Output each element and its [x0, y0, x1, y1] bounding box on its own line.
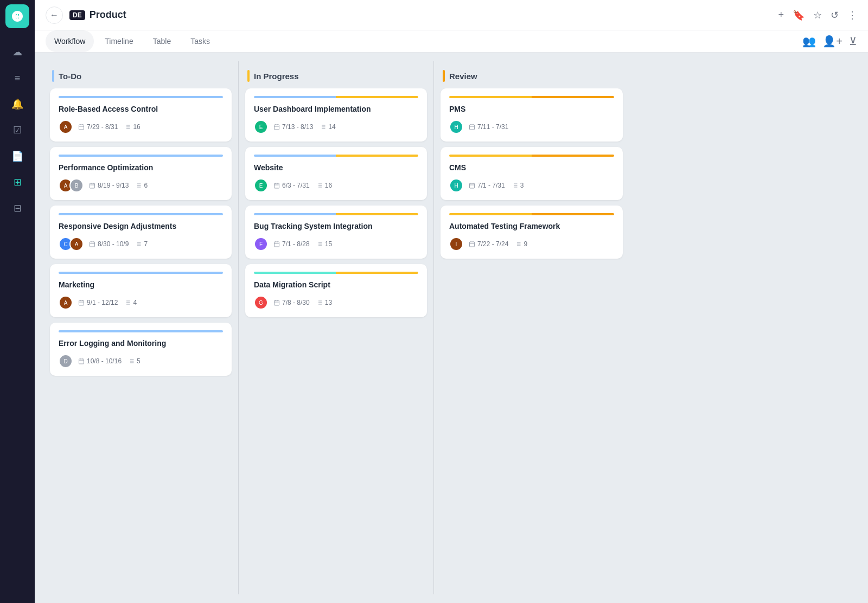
- card-count: 13: [316, 299, 332, 306]
- tab-table[interactable]: Table: [144, 30, 180, 52]
- avatar: D: [59, 354, 73, 368]
- card-pms[interactable]: PMS H 7/11 - 7/31: [441, 88, 623, 142]
- card-count: 3: [512, 182, 524, 189]
- tab-tasks[interactable]: Tasks: [182, 30, 219, 52]
- app-logo[interactable]: [5, 4, 29, 28]
- card-date: 7/13 - 8/13: [273, 123, 313, 131]
- card-bug-tracking[interactable]: Bug Tracking System Integration F 7/1 - …: [245, 206, 427, 259]
- card-meta: E 7/13 - 8/13 14: [254, 120, 418, 134]
- back-button[interactable]: ←: [46, 7, 63, 24]
- kanban-board: To-Do Role-Based Access Control A 7/29 -…: [35, 53, 868, 603]
- add-member-icon[interactable]: 👤+: [822, 35, 843, 48]
- card-meta: E 6/3 - 7/31 16: [254, 178, 418, 193]
- card-meta: H 7/11 - 7/31: [449, 120, 614, 134]
- avatar: A: [59, 120, 73, 134]
- card-title: Automated Testing Framework: [449, 222, 614, 230]
- bookmark-icon[interactable]: 🔖: [793, 9, 805, 21]
- card-date: 7/22 - 7/24: [469, 240, 508, 248]
- column-title-todo: To-Do: [59, 72, 81, 81]
- card-avatars: D: [59, 354, 69, 368]
- card-avatars: C A: [59, 237, 80, 251]
- more-icon[interactable]: ⋮: [847, 9, 857, 21]
- card-count: 15: [316, 240, 332, 248]
- card-bar: [254, 155, 418, 157]
- star-icon[interactable]: ☆: [813, 9, 822, 21]
- avatar: E: [254, 178, 268, 193]
- card-count: 14: [320, 123, 335, 131]
- card-title: CMS: [449, 163, 614, 172]
- cloud-sidebar-icon[interactable]: ☁: [7, 41, 28, 63]
- svg-rect-80: [275, 300, 279, 305]
- card-count: 7: [135, 240, 148, 248]
- card-meta: A B 8/19 - 9/13 6: [59, 178, 223, 193]
- avatar: I: [449, 237, 463, 251]
- project-badge: DE: [69, 10, 85, 20]
- grid-sidebar-icon[interactable]: ⊞: [7, 171, 28, 193]
- card-date: 10/8 - 10/16: [78, 357, 122, 365]
- bell-sidebar-icon[interactable]: 🔔: [7, 93, 28, 115]
- card-date: 7/29 - 8/31: [78, 123, 118, 131]
- card-date: 7/8 - 8/30: [273, 299, 310, 306]
- column-indicator-inprogress: [247, 70, 250, 82]
- card-meta: C A 8/30 - 10/9 7: [59, 237, 223, 251]
- topbar-actions: + 🔖 ☆ ↺ ⋮: [778, 9, 857, 21]
- card-performance[interactable]: Performance Optimization A B 8/19 - 9/13…: [50, 147, 232, 200]
- card-title: Data Migration Script: [254, 280, 418, 289]
- card-meta: A 7/29 - 8/31 16: [59, 120, 223, 134]
- column-header-inprogress: In Progress: [245, 61, 427, 88]
- card-avatars: E: [254, 178, 265, 193]
- card-bar: [449, 96, 614, 98]
- column-todo: To-Do Role-Based Access Control A 7/29 -…: [43, 61, 239, 594]
- card-avatars: E: [254, 120, 265, 134]
- group-icon[interactable]: 👥: [802, 35, 816, 48]
- card-title: Responsive Design Adjustments: [59, 222, 223, 230]
- card-automated-testing[interactable]: Automated Testing Framework I 7/22 - 7/2…: [441, 206, 623, 259]
- book-sidebar-icon[interactable]: 📄: [7, 145, 28, 167]
- menu-sidebar-icon[interactable]: ≡: [7, 67, 28, 89]
- svg-rect-20: [90, 242, 95, 247]
- card-avatars: H: [449, 178, 460, 193]
- card-avatars: A: [59, 296, 69, 310]
- card-rbac[interactable]: Role-Based Access Control A 7/29 - 8/31 …: [50, 88, 232, 142]
- card-count: 16: [316, 182, 332, 189]
- check-sidebar-icon[interactable]: ☑: [7, 119, 28, 141]
- card-avatars: I: [449, 237, 460, 251]
- card-marketing[interactable]: Marketing A 9/1 - 12/12 4: [50, 264, 232, 317]
- card-avatars: H: [449, 120, 460, 134]
- card-bar: [59, 213, 223, 215]
- card-data-migration[interactable]: Data Migration Script G 7/8 - 8/30 13: [245, 264, 427, 317]
- avatar: F: [254, 237, 268, 251]
- card-bar: [59, 330, 223, 332]
- svg-rect-90: [470, 125, 475, 130]
- card-bar: [59, 96, 223, 98]
- svg-rect-30: [79, 300, 84, 305]
- page-title: Product: [90, 9, 778, 21]
- svg-rect-40: [79, 359, 84, 364]
- card-title: Role-Based Access Control: [59, 105, 223, 113]
- card-user-dashboard[interactable]: User Dashboard Implementation E 7/13 - 8…: [245, 88, 427, 142]
- card-error-logging[interactable]: Error Logging and Monitoring D 10/8 - 10…: [50, 323, 232, 376]
- card-date: 6/3 - 7/31: [273, 182, 310, 189]
- tabs-right-actions: 👥 👤+ ⊻: [802, 35, 857, 48]
- table-sidebar-icon[interactable]: ⊟: [7, 197, 28, 219]
- card-cms[interactable]: CMS H 7/1 - 7/31 3: [441, 147, 623, 200]
- card-date: 7/1 - 7/31: [469, 182, 505, 189]
- tab-timeline[interactable]: Timeline: [96, 30, 142, 52]
- avatar: E: [254, 120, 268, 134]
- add-icon[interactable]: +: [778, 9, 784, 21]
- filter-icon[interactable]: ⊻: [849, 35, 857, 48]
- topbar: ← DE Product + 🔖 ☆ ↺ ⋮: [35, 0, 868, 30]
- main-content: ← DE Product + 🔖 ☆ ↺ ⋮ Workflow Timeline…: [35, 0, 868, 603]
- avatar: G: [254, 296, 268, 310]
- card-count: 5: [128, 357, 141, 365]
- card-date: 8/30 - 10/9: [89, 240, 129, 248]
- card-count: 4: [124, 299, 137, 306]
- card-website[interactable]: Website E 6/3 - 7/31 16: [245, 147, 427, 200]
- svg-rect-0: [79, 125, 84, 130]
- column-indicator-review: [443, 70, 445, 82]
- card-date: 7/11 - 7/31: [469, 123, 508, 131]
- tab-workflow[interactable]: Workflow: [46, 30, 94, 52]
- card-bar: [59, 155, 223, 157]
- refresh-icon[interactable]: ↺: [831, 9, 839, 21]
- card-responsive[interactable]: Responsive Design Adjustments C A 8/30 -…: [50, 206, 232, 259]
